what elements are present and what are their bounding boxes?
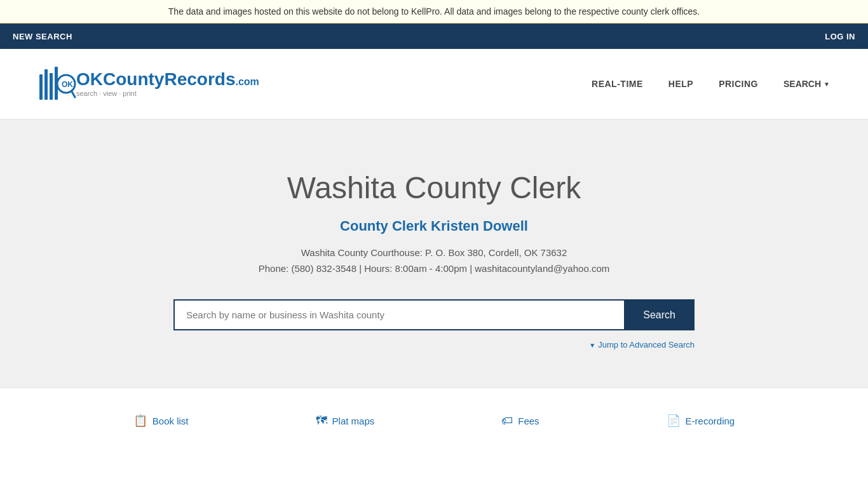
new-search-link[interactable]: NEW SEARCH [13, 32, 72, 41]
advanced-search-link-area: ▼Jump to Advanced Search [173, 340, 695, 349]
search-input[interactable] [173, 299, 624, 330]
advanced-search-link[interactable]: ▼Jump to Advanced Search [589, 340, 695, 349]
svg-rect-2 [50, 73, 53, 100]
logo-area[interactable]: OK OKCountyRecords.com search · view · p… [38, 62, 259, 106]
search-nav-caret: ▼ [824, 81, 830, 88]
footer-link-fees[interactable]: 🏷Fees [501, 414, 539, 428]
top-nav-bar: NEW SEARCH LOG IN [0, 24, 868, 49]
log-in-link[interactable]: LOG IN [825, 32, 855, 41]
hero-section: Washita County Clerk County Clerk Kriste… [0, 119, 868, 388]
main-navigation: REAL-TIME HELP PRICING SEARCH ▼ [592, 79, 830, 89]
help-nav-link[interactable]: HELP [668, 79, 693, 89]
banner-text: The data and images hosted on this websi… [168, 6, 700, 17]
notice-banner: The data and images hosted on this websi… [0, 0, 868, 24]
footer-links-section: 📋Book list🗺Plat maps🏷Fees📄E-recording [0, 388, 868, 453]
svg-rect-0 [39, 74, 43, 100]
footer-link-label-2: Fees [518, 416, 539, 426]
site-header: OK OKCountyRecords.com search · view · p… [0, 49, 868, 119]
phone-hours: Phone: (580) 832-3548 | Hours: 8:00am - … [13, 263, 855, 274]
courthouse-address: Washita County Courthouse: P. O. Box 380… [13, 247, 855, 258]
advanced-search-triangle: ▼ [589, 342, 595, 349]
footer-link-icon-3: 📄 [667, 414, 681, 428]
footer-link-icon-1: 🗺 [316, 414, 327, 428]
search-button[interactable]: Search [624, 299, 695, 330]
county-title: Washita County Clerk [13, 170, 855, 205]
clerk-name: County Clerk Kristen Dowell [13, 218, 855, 234]
logo-brand-text: OKCountyRecords.com [76, 71, 259, 88]
logo-text: OKCountyRecords.com search · view · prin… [76, 71, 259, 97]
footer-link-label-1: Plat maps [332, 416, 375, 426]
svg-rect-1 [44, 69, 48, 100]
footer-link-label-3: E-recording [686, 416, 735, 426]
footer-link-e-recording[interactable]: 📄E-recording [667, 414, 735, 428]
svg-text:OK: OK [62, 80, 73, 89]
footer-link-icon-2: 🏷 [501, 414, 513, 428]
logo-tagline: search · view · print [76, 90, 259, 97]
logo-icon: OK [38, 62, 76, 106]
footer-link-book-list[interactable]: 📋Book list [133, 414, 189, 428]
real-time-nav-link[interactable]: REAL-TIME [592, 79, 643, 89]
search-nav-dropdown[interactable]: SEARCH ▼ [783, 79, 830, 89]
search-area: Search [173, 299, 695, 330]
footer-link-label-0: Book list [153, 416, 189, 426]
svg-line-5 [72, 92, 75, 97]
footer-link-plat-maps[interactable]: 🗺Plat maps [316, 414, 375, 428]
search-nav-label: SEARCH [783, 79, 821, 89]
footer-link-icon-0: 📋 [133, 414, 147, 428]
pricing-nav-link[interactable]: PRICING [719, 79, 758, 89]
